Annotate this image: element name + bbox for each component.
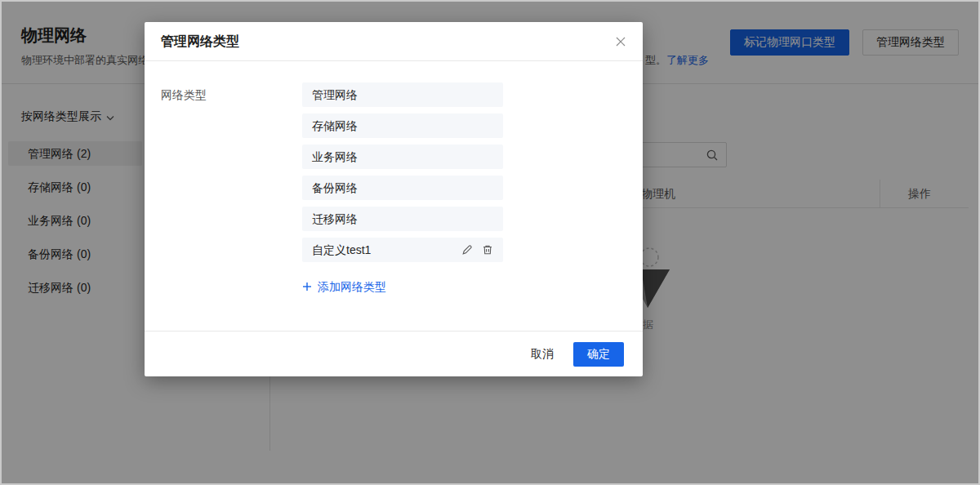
- modal-footer: 取消 确定: [145, 331, 643, 376]
- close-icon[interactable]: [612, 33, 630, 51]
- manage-network-type-modal: 管理网络类型 网络类型 管理网络 存储网络 业务网络 备份网络 迁移网络 自定义…: [145, 22, 643, 376]
- modal-body: 网络类型 管理网络 存储网络 业务网络 备份网络 迁移网络 自定义test1: [145, 61, 643, 295]
- add-network-type-label: 添加网络类型: [318, 280, 386, 295]
- plus-icon: [302, 281, 312, 294]
- edit-pencil-icon[interactable]: [461, 244, 473, 256]
- physical-network-page: 物理网络 物理环境中部署的真实网络 型。了解更多 标记物理网口类型 管理网络类型…: [0, 0, 980, 485]
- network-type-field-label: 网络类型: [161, 82, 302, 295]
- type-row-migration: 迁移网络: [302, 207, 503, 231]
- type-row-backup: 备份网络: [302, 176, 503, 200]
- type-row-business: 业务网络: [302, 145, 503, 169]
- add-network-type-link[interactable]: 添加网络类型: [302, 280, 386, 295]
- type-row-storage: 存储网络: [302, 113, 503, 138]
- confirm-button[interactable]: 确定: [573, 342, 624, 367]
- modal-title: 管理网络类型: [161, 33, 239, 51]
- delete-trash-icon[interactable]: [481, 244, 493, 256]
- type-row-custom: 自定义test1: [302, 238, 503, 262]
- type-row-management: 管理网络: [302, 82, 503, 107]
- cancel-button[interactable]: 取消: [531, 347, 554, 362]
- modal-header: 管理网络类型: [145, 22, 643, 61]
- network-type-list: 管理网络 存储网络 业务网络 备份网络 迁移网络 自定义test1: [302, 82, 503, 295]
- custom-row-actions: [461, 244, 493, 256]
